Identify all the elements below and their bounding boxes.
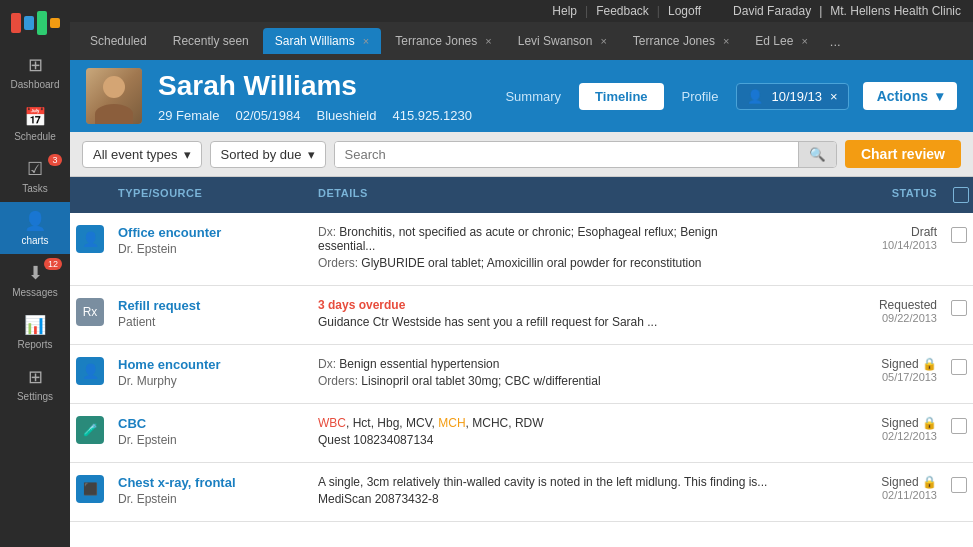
sort-chevron-icon: ▾ [308,147,315,162]
event-type-dropdown[interactable]: All event types ▾ [82,141,202,168]
more-tabs-button[interactable]: ... [822,30,849,53]
checkbox-office-encounter[interactable] [951,227,967,243]
th-icon [70,183,110,207]
tab-close-terrance-jones-1[interactable]: × [485,35,491,47]
tab-timeline[interactable]: Timeline [579,83,664,110]
cbc-source: Dr. Epstein [118,433,302,447]
tab-label-terrance-jones-2: Terrance Jones [633,34,715,48]
tab-summary[interactable]: Summary [489,83,577,110]
checkbox-refill-request[interactable] [951,300,967,316]
tasks-badge: 3 [48,154,62,166]
tab-terrance-jones-2[interactable]: Terrance Jones × [621,28,741,54]
timeline-table: TYPE/SOURCE DETAILS STATUS 👤 Office enco… [70,177,973,547]
patient-header: Sarah Williams 29 Female 02/05/1984 Blue… [70,60,973,132]
th-details: DETAILS [310,183,785,207]
tab-label-terrance-jones-1: Terrance Jones [395,34,477,48]
table-row: Rx Refill request Patient 3 days overdue… [70,286,973,345]
checkbox-chest-xray[interactable] [951,477,967,493]
table-header: TYPE/SOURCE DETAILS STATUS [70,177,973,213]
event-type-chevron-icon: ▾ [184,147,191,162]
row-icon-office-encounter: 👤 [70,221,110,253]
sidebar-item-dashboard[interactable]: ⊞ Dashboard [0,46,70,98]
actions-chevron-icon: ▾ [936,88,943,104]
actions-button[interactable]: Actions ▾ [863,82,957,110]
date-tab-close[interactable]: × [830,89,838,104]
cbc-link[interactable]: CBC [118,416,146,431]
sidebar-label-settings: Settings [17,391,53,402]
row-type-cbc: CBC Dr. Epstein [110,412,310,451]
checkbox-cbc[interactable] [951,418,967,434]
date-tab-icon: 👤 [747,89,763,104]
chest-xray-link[interactable]: Chest x-ray, frontal [118,475,236,490]
feedback-link[interactable]: Feedback [596,4,649,18]
chart-review-button[interactable]: Chart review [845,140,961,168]
sidebar-label-tasks: Tasks [22,183,48,194]
tab-close-levi-swanson[interactable]: × [600,35,606,47]
row-icon-home-encounter: 👤 [70,353,110,385]
row-status-chest-xray: Signed 🔒 02/11/2013 [785,471,945,505]
tab-levi-swanson[interactable]: Levi Swanson × [506,28,619,54]
sidebar-item-reports[interactable]: 📊 Reports [0,306,70,358]
tab-bar: Scheduled Recently seen Sarah Williams ×… [70,22,973,60]
settings-icon: ⊞ [28,366,43,388]
sidebar-item-schedule[interactable]: 📅 Schedule [0,98,70,150]
row-checkbox-home-encounter [945,353,973,379]
row-status-office-encounter: Draft 10/14/2013 [785,221,945,255]
wbc-label: WBC [318,416,346,430]
tab-recently-seen[interactable]: Recently seen [161,28,261,54]
home-encounter-source: Dr. Murphy [118,374,302,388]
row-type-office-encounter: Office encounter Dr. Epstein [110,221,310,260]
event-type-label: All event types [93,147,178,162]
chest-xray-source: Dr. Epstein [118,492,302,506]
row-status-refill-request: Requested 09/22/2013 [785,294,945,328]
patient-info: 29 Female 02/05/1984 Blueshield 415.925.… [158,108,472,123]
row-details-office-encounter: Dx: Bronchitis, not specified as acute o… [310,221,785,277]
tab-close-terrance-jones-2[interactable]: × [723,35,729,47]
sidebar-item-messages[interactable]: 12 ⬇ Messages [0,254,70,306]
home-encounter-link[interactable]: Home encounter [118,357,221,372]
chart-review-label: Chart review [861,146,945,162]
sidebar-label-charts: charts [21,235,48,246]
tab-scheduled[interactable]: Scheduled [78,28,159,54]
refill-request-link[interactable]: Refill request [118,298,200,313]
tab-ed-lee[interactable]: Ed Lee × [743,28,819,54]
tab-terrance-jones-1[interactable]: Terrance Jones × [383,28,503,54]
patient-photo [86,68,142,124]
tab-profile[interactable]: Profile [666,83,735,110]
row-details-home-encounter: Dx: Benign essential hypertension Orders… [310,353,785,395]
flask-icon: 🧪 [76,416,104,444]
row-checkbox-office-encounter [945,221,973,247]
row-icon-chest-xray: ⬛ [70,471,110,503]
charts-icon: 👤 [24,210,46,232]
tab-close-sarah-williams[interactable]: × [363,35,369,47]
sidebar-item-tasks[interactable]: 3 ☑ Tasks [0,150,70,202]
checkbox-home-encounter[interactable] [951,359,967,375]
reports-icon: 📊 [24,314,46,336]
sidebar-label-messages: Messages [12,287,58,298]
sidebar-label-schedule: Schedule [14,131,56,142]
table-row: ⬛ Chest x-ray, frontal Dr. Epstein A sin… [70,463,973,522]
row-type-refill-request: Refill request Patient [110,294,310,333]
th-type: TYPE/SOURCE [110,183,310,207]
search-button[interactable]: 🔍 [798,142,836,167]
sidebar-item-charts[interactable]: 👤 charts [0,202,70,254]
office-encounter-link[interactable]: Office encounter [118,225,221,240]
select-all-checkbox[interactable] [953,187,969,203]
table-row: 👤 Office encounter Dr. Epstein Dx: Bronc… [70,213,973,286]
help-link[interactable]: Help [552,4,577,18]
sidebar-item-settings[interactable]: ⊞ Settings [0,358,70,410]
refill-request-source: Patient [118,315,302,329]
row-type-home-encounter: Home encounter Dr. Murphy [110,353,310,392]
tab-label-levi-swanson: Levi Swanson [518,34,593,48]
overdue-label: 3 days overdue [318,298,777,312]
row-details-refill-request: 3 days overdue Guidance Ctr Westside has… [310,294,785,336]
tab-sarah-williams[interactable]: Sarah Williams × [263,28,381,54]
search-input[interactable] [335,142,798,167]
patient-phone: 415.925.1230 [393,108,473,123]
tab-close-ed-lee[interactable]: × [801,35,807,47]
sort-dropdown[interactable]: Sorted by due ▾ [210,141,326,168]
patient-name: Sarah Williams [158,70,472,102]
home-person-icon: 👤 [76,357,104,385]
date-tab[interactable]: 👤 10/19/13 × [736,83,848,110]
logoff-link[interactable]: Logoff [668,4,701,18]
